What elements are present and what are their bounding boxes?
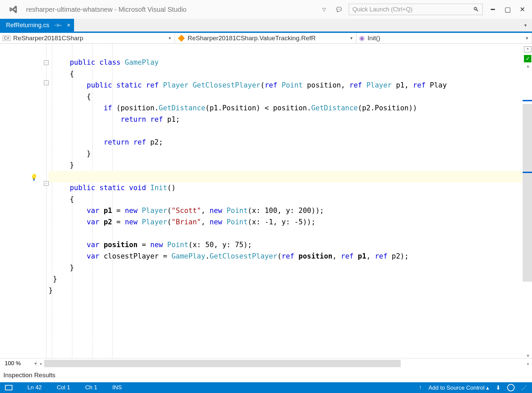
pin-icon[interactable]: ⊣⊢ — [54, 22, 62, 28]
filter-icon[interactable]: ▽ — [319, 5, 329, 14]
app-name: Microsoft Visual Studio — [119, 6, 187, 13]
resize-grip-icon[interactable]: ⋰ — [521, 384, 527, 391]
window-title: resharper-ultimate-whatsnew - Microsoft … — [26, 6, 187, 13]
close-button[interactable]: ✕ — [518, 5, 527, 14]
status-line: Ln 42 — [27, 384, 42, 391]
source-control-button[interactable]: Add to Source Control ▴ — [428, 384, 489, 391]
chevron-down-icon: ▼ — [168, 36, 172, 41]
minimize-button[interactable]: ━ — [488, 5, 497, 14]
scroll-right-icon[interactable]: ▸ — [525, 361, 532, 366]
status-ins: INS — [112, 384, 122, 391]
chevron-down-icon: ▾ — [35, 361, 37, 366]
inspection-results-label: Inspection Results — [3, 372, 55, 379]
download-icon[interactable]: ⬇ — [496, 384, 501, 391]
status-rect-icon[interactable] — [5, 385, 12, 390]
title-bar-right: ▽ 💬 Quick Launch (Ctrl+Q) 🔍︎ ━ ▢ ✕ — [319, 4, 527, 15]
status-circle-icon[interactable] — [507, 384, 515, 391]
h-scrollbar-thumb[interactable] — [44, 360, 401, 367]
inspection-results-panel[interactable]: Inspection Results — [0, 368, 532, 382]
zoom-dropdown[interactable]: 100 % ▾ — [0, 360, 37, 367]
nav-member-label: Init() — [368, 35, 380, 42]
quick-launch-input[interactable]: Quick Launch (Ctrl+Q) 🔍︎ — [349, 4, 483, 15]
status-ch: Ch 1 — [85, 384, 97, 391]
split-icon[interactable]: ÷ — [524, 46, 531, 52]
nav-namespace-dropdown[interactable]: C# ReSharper20181CSharp ▼ — [0, 33, 175, 43]
code-editor[interactable]: 💡 - - - public class GamePlay { public s… — [0, 44, 532, 358]
document-tab-strip: RefReturning.cs ⊣⊢ ✕ ▾ — [0, 19, 532, 32]
hscroll-row: 100 % ▾ ◂ ▸ — [0, 358, 532, 368]
file-tab-label: RefReturning.cs — [6, 22, 49, 29]
code-content: public class GamePlay { public static re… — [49, 45, 522, 296]
lightbulb-icon[interactable]: 💡 — [30, 174, 38, 181]
title-bar: resharper-ultimate-whatsnew - Microsoft … — [0, 0, 532, 19]
nav-member-dropdown[interactable]: ◉ Init() ▼ — [356, 33, 532, 43]
scroll-left-icon[interactable]: ◂ — [37, 361, 44, 366]
scroll-up-icon[interactable]: ▲ — [526, 64, 530, 68]
fold-toggle[interactable]: - — [44, 181, 49, 186]
chevron-down-icon: ▼ — [349, 36, 353, 41]
nav-type-dropdown[interactable]: 🔶 ReSharper20181CSharp.ValueTracking.Ref… — [175, 33, 356, 43]
v-scrollbar-thumb[interactable] — [523, 104, 532, 282]
csharp-icon: C# — [3, 36, 10, 41]
h-scrollbar[interactable]: ◂ ▸ — [37, 360, 532, 367]
close-tab-icon[interactable]: ✕ — [67, 22, 71, 28]
status-bar: Ln 42 Col 1 Ch 1 INS ↑ Add to Source Con… — [0, 382, 532, 393]
scroll-down-icon[interactable]: ▼ — [526, 353, 530, 358]
fold-toggle[interactable]: - — [44, 80, 49, 85]
feedback-icon[interactable]: 💬 — [334, 5, 343, 14]
marker-bar: ÷ ✓ ▲ ▼ — [523, 44, 532, 358]
vs-logo-icon — [7, 4, 19, 15]
solution-name: resharper-ultimate-whatsnew — [26, 6, 113, 13]
method-icon: ◉ — [359, 34, 365, 42]
chevron-down-icon: ▼ — [525, 36, 529, 41]
marker[interactable] — [523, 100, 532, 101]
marker[interactable] — [523, 172, 532, 173]
nav-namespace-label: ReSharper20181CSharp — [13, 35, 83, 42]
tab-overflow-icon[interactable]: ▾ — [519, 19, 532, 32]
status-right: ↑ Add to Source Control ▴ ⬇ ⋰ — [419, 384, 527, 391]
nav-type-label: ReSharper20181CSharp.ValueTracking.RefR — [188, 35, 316, 42]
zoom-value: 100 % — [5, 360, 21, 367]
status-col: Col 1 — [57, 384, 70, 391]
quick-launch-placeholder: Quick Launch (Ctrl+Q) — [352, 6, 413, 13]
fold-toggle[interactable]: - — [44, 60, 49, 65]
class-icon: 🔶 — [178, 35, 185, 42]
file-tab-active[interactable]: RefReturning.cs ⊣⊢ ✕ — [0, 19, 74, 32]
navigation-bar: C# ReSharper20181CSharp ▼ 🔶 ReSharper201… — [0, 32, 532, 44]
restore-button[interactable]: ▢ — [503, 5, 512, 14]
editor-gutter: 💡 — [0, 44, 35, 358]
arrow-up-icon: ↑ — [419, 384, 422, 391]
analysis-ok-icon[interactable]: ✓ — [524, 55, 531, 62]
search-icon: 🔍︎ — [473, 6, 479, 13]
